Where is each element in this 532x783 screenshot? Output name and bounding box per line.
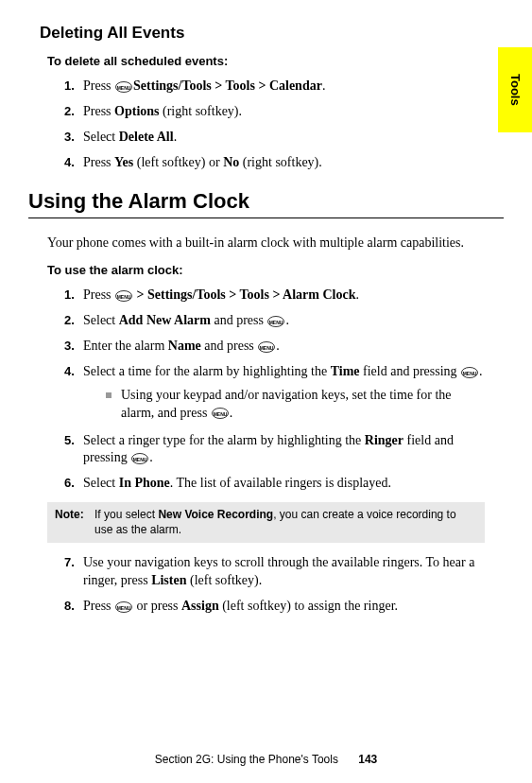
step-text: Use your navigation keys to scroll throu… — [83, 554, 485, 590]
step-num: 1. — [64, 78, 83, 96]
alarm-clock-intro: Your phone comes with a built-in alarm c… — [47, 234, 485, 252]
heading-rule — [28, 218, 504, 218]
step-1: 1. Press MENUSettings/Tools > Tools > Ca… — [64, 78, 485, 96]
bullet-icon — [106, 392, 112, 398]
svg-text:MENU: MENU — [269, 319, 283, 324]
steps-alarm-clock: 1. Press MENU > Settings/Tools > Tools >… — [64, 287, 485, 493]
svg-text:MENU: MENU — [117, 84, 131, 90]
step-text: Press MENU > Settings/Tools > Tools > Al… — [83, 287, 485, 304]
substep: Using your keypad and/or navigation keys… — [106, 387, 485, 423]
step-num: 5. — [64, 432, 83, 468]
menu-ok-icon: MENU — [212, 408, 229, 419]
note-label: Note: — [55, 508, 94, 537]
heading-deleting-all-events: Deleting All Events — [40, 24, 504, 43]
step-5: 5. Select a ringer type for the alarm by… — [64, 432, 485, 468]
step-text: Press MENUSettings/Tools > Tools > Calen… — [83, 78, 485, 96]
svg-text:MENU: MENU — [260, 344, 274, 350]
steps-alarm-clock-cont: 7. Use your navigation keys to scroll th… — [64, 554, 485, 616]
step-6: 6. Select In Phone. The list of availabl… — [64, 475, 485, 493]
svg-text:MENU: MENU — [213, 411, 227, 417]
note-text: If you select New Voice Recording, you c… — [94, 508, 477, 537]
step-2: 2. Press Options (right softkey). — [64, 103, 485, 121]
step-text: Press Yes (left softkey) or No (right so… — [83, 154, 485, 172]
step-num: 4. — [64, 363, 83, 425]
step-text: Enter the alarm Name and press MENU. — [83, 338, 485, 356]
menu-ok-icon: MENU — [267, 316, 284, 327]
menu-ok-icon: MENU — [131, 453, 148, 464]
menu-ok-icon: MENU — [461, 367, 478, 378]
step-1: 1. Press MENU > Settings/Tools > Tools >… — [64, 287, 485, 304]
substep-text: Using your keypad and/or navigation keys… — [121, 387, 485, 423]
page-number: 143 — [358, 753, 377, 766]
svg-text:MENU: MENU — [463, 370, 477, 375]
step-8: 8. Press MENU or press Assign (left soft… — [64, 598, 485, 616]
svg-text:MENU: MENU — [133, 457, 147, 462]
step-text: Press MENU or press Assign (left softkey… — [83, 598, 485, 616]
intro-alarm-clock: To use the alarm clock: — [47, 263, 504, 277]
menu-ok-icon: MENU — [115, 290, 132, 302]
step-num: 8. — [64, 598, 83, 616]
step-text: Select Add New Alarm and press MENU. — [83, 312, 485, 330]
svg-text:MENU: MENU — [117, 604, 131, 610]
step-7: 7. Use your navigation keys to scroll th… — [64, 554, 485, 590]
footer-section: Section 2G: Using the Phone's Tools — [155, 753, 338, 766]
step-text: Select Delete All. — [83, 129, 485, 147]
heading-using-alarm-clock: Using the Alarm Clock — [28, 189, 504, 214]
step-num: 3. — [64, 129, 83, 147]
step-num: 2. — [64, 312, 83, 330]
note-box: Note: If you select New Voice Recording,… — [47, 502, 485, 543]
menu-ok-icon: MENU — [258, 341, 275, 353]
steps-delete-events: 1. Press MENUSettings/Tools > Tools > Ca… — [64, 78, 485, 172]
step-num: 3. — [64, 338, 83, 356]
step-num: 7. — [64, 554, 83, 590]
page-content: Deleting All Events To delete all schedu… — [0, 0, 532, 642]
step-text: Select a time for the alarm by highlight… — [83, 363, 485, 425]
svg-text:MENU: MENU — [117, 293, 131, 299]
step-num: 4. — [64, 154, 83, 172]
step-num: 6. — [64, 475, 83, 493]
menu-ok-icon: MENU — [115, 81, 132, 93]
intro-delete-events: To delete all scheduled events: — [47, 54, 504, 68]
step-num: 2. — [64, 103, 83, 121]
step-text: Select a ringer type for the alarm by hi… — [83, 432, 485, 468]
step-4: 4. Press Yes (left softkey) or No (right… — [64, 154, 485, 172]
page-footer: Section 2G: Using the Phone's Tools 143 — [0, 753, 532, 766]
step-text: Select In Phone. The list of available r… — [83, 475, 485, 493]
step-3: 3. Select Delete All. — [64, 129, 485, 147]
step-4: 4. Select a time for the alarm by highli… — [64, 363, 485, 425]
step-num: 1. — [64, 287, 83, 304]
menu-ok-icon: MENU — [115, 601, 132, 613]
step-2: 2. Select Add New Alarm and press MENU. — [64, 312, 485, 330]
step-3: 3. Enter the alarm Name and press MENU. — [64, 338, 485, 356]
step-text: Press Options (right softkey). — [83, 103, 485, 121]
